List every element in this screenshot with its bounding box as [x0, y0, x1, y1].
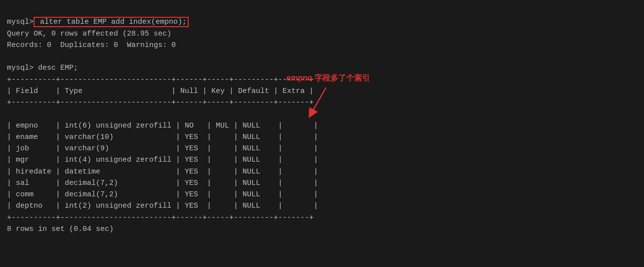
- prompt: mysql>: [7, 18, 34, 26]
- command-box: alter table EMP add index(empno);: [34, 17, 189, 27]
- table-row: | sal | decimal(7,2) | YES | | NULL | |: [7, 179, 318, 187]
- query-ok-line: Query OK, 0 rows affected (28.95 sec): [7, 30, 171, 38]
- table-rows: | empno | int(6) unsigned zerofill | NO …: [7, 108, 637, 235]
- records-line: Records: 0 Duplicates: 0 Warnings: 0: [7, 41, 176, 49]
- sep2: +----------+-------------------------+--…: [7, 98, 314, 107]
- table-row: | comm | decimal(7,2) | YES | | NULL | |: [7, 190, 318, 199]
- table-footer: 8 rows in set (0.04 sec): [7, 225, 114, 233]
- svg-line-0: [311, 88, 326, 114]
- table-row: | mgr | int(4) unsigned zerofill | YES |…: [7, 156, 318, 164]
- sep1: +----------+-------------------------+--…: [7, 76, 314, 84]
- table-row: | deptno | int(2) unsigned zerofill | YE…: [7, 202, 318, 210]
- arrow-svg: [306, 85, 346, 120]
- table-sep-end: +----------+-------------------------+--…: [7, 214, 314, 222]
- annotation: empno 字段多了个索引: [286, 73, 370, 84]
- header-row: | Field | Type | Null | Key | Default | …: [7, 87, 314, 95]
- table-row: | job | varchar(9) | YES | | NULL | |: [7, 144, 318, 153]
- table-row: | ename | varchar(10) | YES | | NULL | |: [7, 133, 318, 141]
- prompt-line-1: mysql> alter table EMP add index(empno);: [7, 17, 189, 27]
- table-row: | empno | int(6) unsigned zerofill | NO …: [7, 122, 318, 130]
- table-row: | hiredate | datetime | YES | | NULL | |: [7, 168, 318, 176]
- prompt-line-2: mysql> desc EMP;: [7, 64, 78, 72]
